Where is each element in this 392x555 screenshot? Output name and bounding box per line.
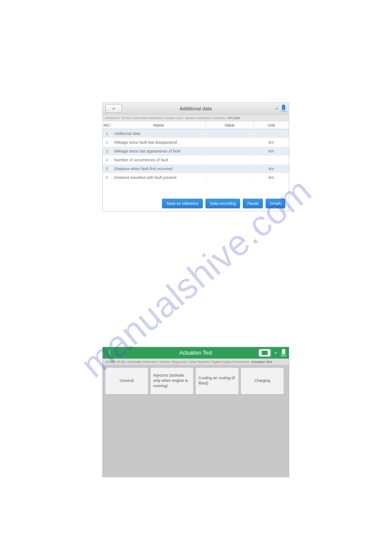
cell-name: Additional data: (111, 129, 206, 138)
cell-no: 4 (103, 156, 111, 164)
actuation-test-panel: 〈 Actuation Test ⚭ 86% DEMO V6.00> Autom… (102, 347, 289, 477)
back-button[interactable]: 〈 (103, 347, 113, 359)
actuation-cards: General Injectors (activate only when en… (103, 365, 289, 397)
back-icon: ⤶ (111, 105, 116, 112)
cell-value (206, 129, 254, 138)
panel2-header: 〈 Actuation Test ⚭ 86% (103, 347, 289, 359)
card-cooling[interactable]: Cooling air routing (if fitted) (196, 368, 238, 394)
cell-no: 1 (103, 129, 111, 138)
battery-indicator: 86% (281, 349, 286, 357)
save-reference-button[interactable]: Save as reference (162, 199, 203, 208)
cell-no: 2 (103, 138, 111, 147)
cell-unit: km (254, 164, 289, 173)
table-row[interactable]: 6 Distance travelled with fault present … (103, 173, 289, 182)
cell-unit (254, 129, 289, 138)
breadcrumb-path: DEMO V6.00> Automatic Detection> System … (105, 360, 251, 364)
col-header-unit: Unit (254, 121, 289, 129)
cell-unit: km (254, 173, 289, 182)
additional-data-panel: ⤶ Additional data ✶ 72% RENAULT V9.93> A… (102, 102, 289, 211)
cell-value (206, 156, 254, 164)
card-charging[interactable]: Charging (241, 368, 284, 394)
battery-icon (282, 105, 285, 110)
cell-no: 5 (103, 164, 111, 173)
cell-name: Mileage since last appearance of fault (111, 147, 206, 156)
cell-value (206, 173, 254, 182)
table-row[interactable]: 3 Mileage since last appearance of fault… (103, 147, 289, 156)
pause-button[interactable]: Pause (243, 199, 263, 208)
table-row[interactable]: 1 Additional data: (103, 129, 289, 138)
cell-no: 6 (103, 173, 111, 182)
battery-icon (282, 349, 285, 354)
cell-unit (254, 156, 289, 164)
breadcrumb-path: RENAULT V9.93> Automatic Detection> Dust… (105, 116, 227, 120)
battery-text: 72% (281, 110, 286, 112)
table-row[interactable]: 4 Number of occurrences of fault (103, 156, 289, 164)
table-rows: 1 Additional data: 2 Mileage since fault… (103, 129, 289, 182)
col-header-value: Value (206, 121, 254, 129)
table-row[interactable]: 5 Distance when fault first occurred km (103, 164, 289, 173)
battery-text: 86% (281, 354, 286, 357)
cell-value (206, 138, 254, 147)
chevron-left-icon: 〈 (104, 348, 111, 358)
panel1-breadcrumb: RENAULT V9.93> Automatic Detection> Dust… (103, 115, 289, 121)
table-header: NO. Name Value Unit (103, 121, 289, 129)
cell-value (206, 147, 254, 156)
cell-no: 3 (103, 147, 111, 156)
panel2-status-area: ⚭ 86% (259, 349, 286, 357)
col-header-no: NO. (103, 121, 112, 129)
data-recording-button[interactable]: Data recording (205, 199, 240, 208)
cell-unit: km (254, 147, 289, 156)
breadcrumb-current: Actuation Test (252, 360, 272, 364)
chat-icon (262, 351, 268, 355)
panel1-footer: Save as reference Data recording Pause G… (162, 199, 285, 208)
card-injectors[interactable]: Injectors (activate only when engine is … (151, 368, 193, 394)
cell-name: Distance when fault first occurred (111, 164, 206, 173)
panel1-header: ⤶ Additional data ✶ 72% (103, 103, 289, 115)
panel1-status-area: ✶ 72% (275, 105, 286, 112)
back-button[interactable]: ⤶ (105, 104, 122, 113)
cell-value (206, 164, 254, 173)
battery-indicator: 72% (281, 105, 286, 112)
card-general[interactable]: General (105, 368, 148, 394)
breadcrumb-current: DF1068 (228, 116, 240, 120)
cell-name: Mileage since fault last disappeared (111, 138, 206, 147)
table-row[interactable]: 2 Mileage since fault last disappeared k… (103, 138, 289, 147)
graph-button[interactable]: Graph (266, 199, 285, 208)
cell-name: Distance travelled with fault present (111, 173, 206, 182)
cell-name: Number of occurrences of fault (111, 156, 206, 164)
panel1-title: Additional data (103, 106, 289, 111)
cell-unit: km (254, 138, 289, 147)
signal-icon: ✶ (275, 106, 279, 111)
panel2-breadcrumb: DEMO V6.00> Automatic Detection> System … (103, 359, 289, 365)
chat-button[interactable] (259, 349, 270, 356)
link-icon: ⚭ (274, 351, 277, 355)
col-header-name: Name (112, 121, 206, 129)
